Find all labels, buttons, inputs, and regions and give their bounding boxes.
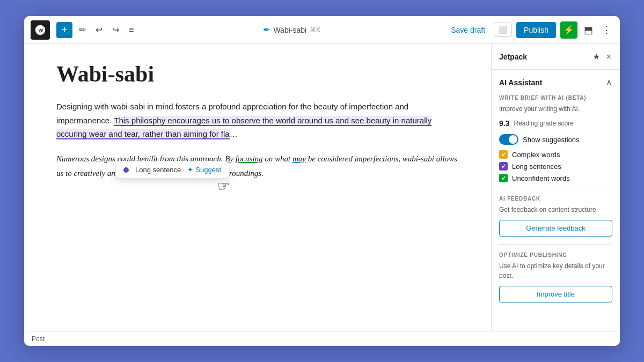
suggestions-toggle[interactable] [499, 134, 518, 145]
undo-button[interactable]: ↩ [92, 21, 106, 38]
sidebar-header: Jetpack ★ × [492, 44, 620, 70]
suggestion-popup: Long sentence ✦ Suggest [115, 161, 229, 179]
ai-feedback-section-title: AI FEEDBACK [499, 196, 612, 202]
para2-green: focusing [236, 154, 263, 163]
reading-score: 9.3 [499, 119, 509, 128]
cursor-hand: ☞ [217, 178, 230, 195]
generate-feedback-button[interactable]: Generate feedback [499, 220, 612, 237]
write-brief-section-title: WRITE BRIEF WITH AI (BETA) [499, 95, 612, 101]
collapse-button[interactable]: ∧ [606, 77, 612, 87]
show-suggestions-row: Show suggestions [499, 134, 612, 145]
status-bar: Post [24, 331, 620, 346]
paragraph-1: Designing with wabi-sabi in mind fosters… [56, 100, 459, 141]
para2-normal3: on what [263, 154, 292, 163]
jetpack-star-button[interactable]: ★ [591, 50, 601, 63]
suggest-icon: ✦ [187, 166, 193, 174]
main-area: Wabi-sabi Designing with wabi-sabi in mi… [24, 44, 620, 331]
reading-score-row: 9.3 Reading grade score [499, 119, 612, 128]
checkmark-icon: ✓ [501, 175, 506, 182]
checkmark-icon: ✓ [501, 163, 506, 170]
para2-normal1: Numerous designs [56, 154, 118, 163]
document-title-bar: ✒ Wabi-sabi ⌘K [263, 25, 320, 35]
shortcut-hint: ⌘K [310, 26, 320, 34]
sidebar-header-icons: ★ × [591, 50, 612, 63]
feather-icon: ✒ [263, 25, 270, 35]
wordpress-logo [31, 20, 50, 40]
preview-button[interactable]: ⬜ [494, 23, 512, 37]
write-brief-desc: Improve your writing with AI. [499, 104, 612, 114]
jetpack-button[interactable]: ⚡ [560, 21, 577, 39]
long-sentences-item: ✓ Long sentences [499, 162, 612, 171]
unconfident-words-checkbox[interactable]: ✓ [499, 174, 508, 182]
divider-1 [499, 188, 612, 188]
ai-assistant-title: AI Assistant [499, 78, 542, 87]
complex-words-label: Complex words [512, 151, 560, 159]
unconfident-words-item: ✓ Unconfident words [499, 174, 612, 182]
ai-feedback-desc: Get feedback on content structure. [499, 205, 612, 215]
checkmark-icon: ✓ [501, 151, 506, 158]
redo-button[interactable]: ↪ [109, 21, 122, 38]
ai-assistant-header: AI Assistant ∧ [499, 77, 612, 87]
main-window: + ✏ ↩ ↪ ≡ ✒ Wabi-sabi ⌘K Save draft ⬜ Pu… [24, 16, 620, 346]
tools-button[interactable]: ✏ [76, 21, 89, 38]
complex-words-checkbox[interactable]: ✓ [499, 150, 508, 159]
list-view-button[interactable]: ≡ [126, 22, 137, 38]
long-sentences-checkbox[interactable]: ✓ [499, 162, 508, 171]
add-block-button[interactable]: + [56, 22, 72, 38]
divider-2 [499, 244, 612, 245]
sidebar-title: Jetpack [499, 53, 527, 61]
suggest-label: Suggest [195, 166, 221, 174]
show-suggestions-label: Show suggestions [523, 136, 580, 144]
popup-label: Long sentence [135, 166, 181, 174]
optimize-desc: Use AI to optimize key details of your p… [499, 261, 612, 280]
save-draft-button[interactable]: Save draft [447, 24, 489, 36]
toolbar: + ✏ ↩ ↪ ≡ ✒ Wabi-sabi ⌘K Save draft ⬜ Pu… [24, 16, 620, 44]
reading-score-label: Reading grade score [514, 120, 573, 127]
suggest-button[interactable]: ✦ Suggest [187, 166, 221, 174]
optimize-section-title: OPTIMIZE PUBLISHING [499, 252, 612, 258]
sidebar-toggle-button[interactable]: ⬒ [582, 22, 595, 38]
toggle-knob [509, 135, 517, 144]
improve-title-button[interactable]: Improve title [499, 286, 612, 302]
toolbar-right: Save draft ⬜ Publish ⚡ ⬒ ⋮ [447, 21, 613, 39]
para2-teal: may [292, 154, 306, 163]
more-options-button[interactable]: ⋮ [599, 22, 613, 38]
complex-words-item: ✓ Complex words [499, 150, 612, 159]
document-title: Wabi-sabi [273, 26, 306, 34]
popup-dot [123, 167, 129, 173]
toolbar-center: ✒ Wabi-sabi ⌘K [140, 25, 443, 35]
editor-area[interactable]: Wabi-sabi Designing with wabi-sabi in mi… [24, 44, 491, 331]
sidebar-close-button[interactable]: × [605, 50, 612, 63]
long-sentences-label: Long sentences [512, 162, 561, 171]
unconfident-words-label: Unconfident words [512, 174, 570, 182]
post-title: Wabi-sabi [56, 61, 459, 87]
post-label: Post [32, 335, 45, 343]
sidebar-content: AI Assistant ∧ WRITE BRIEF WITH AI (BETA… [492, 70, 620, 331]
publish-button[interactable]: Publish [516, 22, 556, 38]
sidebar: Jetpack ★ × AI Assistant ∧ WRITE BRIEF W… [491, 44, 620, 331]
